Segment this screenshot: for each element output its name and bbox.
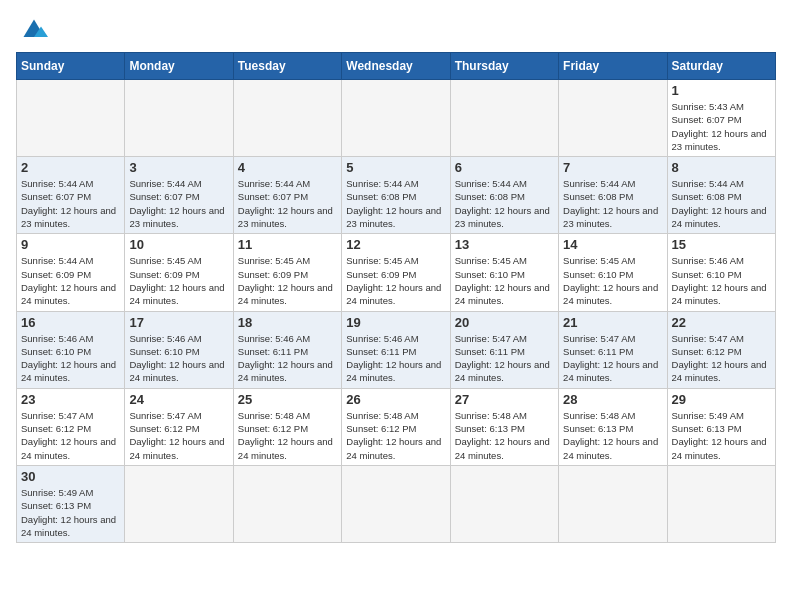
- day-number: 3: [129, 160, 228, 175]
- calendar-day-cell: 27Sunrise: 5:48 AMSunset: 6:13 PMDayligh…: [450, 388, 558, 465]
- day-number: 16: [21, 315, 120, 330]
- day-number: 2: [21, 160, 120, 175]
- calendar-day-cell: [17, 80, 125, 157]
- calendar-day-cell: 15Sunrise: 5:46 AMSunset: 6:10 PMDayligh…: [667, 234, 775, 311]
- calendar-day-cell: [667, 465, 775, 542]
- calendar-day-cell: 2Sunrise: 5:44 AMSunset: 6:07 PMDaylight…: [17, 157, 125, 234]
- calendar-day-cell: [559, 80, 667, 157]
- calendar-day-cell: [559, 465, 667, 542]
- day-number: 6: [455, 160, 554, 175]
- calendar-day-cell: [233, 80, 341, 157]
- day-header-saturday: Saturday: [667, 53, 775, 80]
- calendar-day-cell: 20Sunrise: 5:47 AMSunset: 6:11 PMDayligh…: [450, 311, 558, 388]
- day-info: Sunrise: 5:45 AMSunset: 6:10 PMDaylight:…: [563, 254, 662, 307]
- day-info: Sunrise: 5:49 AMSunset: 6:13 PMDaylight:…: [21, 486, 120, 539]
- calendar-day-cell: [450, 465, 558, 542]
- day-info: Sunrise: 5:49 AMSunset: 6:13 PMDaylight:…: [672, 409, 771, 462]
- day-info: Sunrise: 5:46 AMSunset: 6:11 PMDaylight:…: [346, 332, 445, 385]
- calendar-week-row: 30Sunrise: 5:49 AMSunset: 6:13 PMDayligh…: [17, 465, 776, 542]
- calendar-day-cell: 18Sunrise: 5:46 AMSunset: 6:11 PMDayligh…: [233, 311, 341, 388]
- calendar-day-cell: [125, 80, 233, 157]
- day-header-monday: Monday: [125, 53, 233, 80]
- day-header-sunday: Sunday: [17, 53, 125, 80]
- calendar-day-cell: 25Sunrise: 5:48 AMSunset: 6:12 PMDayligh…: [233, 388, 341, 465]
- day-number: 30: [21, 469, 120, 484]
- calendar-day-cell: 21Sunrise: 5:47 AMSunset: 6:11 PMDayligh…: [559, 311, 667, 388]
- calendar-day-cell: 16Sunrise: 5:46 AMSunset: 6:10 PMDayligh…: [17, 311, 125, 388]
- day-number: 11: [238, 237, 337, 252]
- day-number: 13: [455, 237, 554, 252]
- calendar-day-cell: 24Sunrise: 5:47 AMSunset: 6:12 PMDayligh…: [125, 388, 233, 465]
- day-number: 18: [238, 315, 337, 330]
- calendar-day-cell: 19Sunrise: 5:46 AMSunset: 6:11 PMDayligh…: [342, 311, 450, 388]
- day-number: 9: [21, 237, 120, 252]
- calendar-week-row: 9Sunrise: 5:44 AMSunset: 6:09 PMDaylight…: [17, 234, 776, 311]
- day-number: 29: [672, 392, 771, 407]
- calendar-day-cell: 30Sunrise: 5:49 AMSunset: 6:13 PMDayligh…: [17, 465, 125, 542]
- calendar-day-cell: 22Sunrise: 5:47 AMSunset: 6:12 PMDayligh…: [667, 311, 775, 388]
- calendar-table: SundayMondayTuesdayWednesdayThursdayFrid…: [16, 52, 776, 543]
- calendar-day-cell: [342, 80, 450, 157]
- calendar-day-cell: 10Sunrise: 5:45 AMSunset: 6:09 PMDayligh…: [125, 234, 233, 311]
- calendar-day-cell: 13Sunrise: 5:45 AMSunset: 6:10 PMDayligh…: [450, 234, 558, 311]
- day-number: 15: [672, 237, 771, 252]
- calendar-day-cell: 7Sunrise: 5:44 AMSunset: 6:08 PMDaylight…: [559, 157, 667, 234]
- day-number: 24: [129, 392, 228, 407]
- calendar-day-cell: 9Sunrise: 5:44 AMSunset: 6:09 PMDaylight…: [17, 234, 125, 311]
- day-info: Sunrise: 5:48 AMSunset: 6:12 PMDaylight:…: [238, 409, 337, 462]
- calendar-day-cell: 29Sunrise: 5:49 AMSunset: 6:13 PMDayligh…: [667, 388, 775, 465]
- day-info: Sunrise: 5:45 AMSunset: 6:09 PMDaylight:…: [238, 254, 337, 307]
- day-number: 5: [346, 160, 445, 175]
- day-info: Sunrise: 5:47 AMSunset: 6:12 PMDaylight:…: [129, 409, 228, 462]
- calendar-week-row: 2Sunrise: 5:44 AMSunset: 6:07 PMDaylight…: [17, 157, 776, 234]
- day-info: Sunrise: 5:48 AMSunset: 6:13 PMDaylight:…: [455, 409, 554, 462]
- calendar-week-row: 1Sunrise: 5:43 AMSunset: 6:07 PMDaylight…: [17, 80, 776, 157]
- day-info: Sunrise: 5:44 AMSunset: 6:08 PMDaylight:…: [563, 177, 662, 230]
- calendar-day-cell: [125, 465, 233, 542]
- day-number: 1: [672, 83, 771, 98]
- calendar-body: 1Sunrise: 5:43 AMSunset: 6:07 PMDaylight…: [17, 80, 776, 543]
- calendar-day-cell: 1Sunrise: 5:43 AMSunset: 6:07 PMDaylight…: [667, 80, 775, 157]
- day-number: 17: [129, 315, 228, 330]
- calendar-day-cell: 12Sunrise: 5:45 AMSunset: 6:09 PMDayligh…: [342, 234, 450, 311]
- calendar-day-cell: 17Sunrise: 5:46 AMSunset: 6:10 PMDayligh…: [125, 311, 233, 388]
- day-number: 25: [238, 392, 337, 407]
- day-header-tuesday: Tuesday: [233, 53, 341, 80]
- calendar-day-cell: [450, 80, 558, 157]
- calendar-day-cell: 14Sunrise: 5:45 AMSunset: 6:10 PMDayligh…: [559, 234, 667, 311]
- day-number: 19: [346, 315, 445, 330]
- calendar-week-row: 16Sunrise: 5:46 AMSunset: 6:10 PMDayligh…: [17, 311, 776, 388]
- day-number: 22: [672, 315, 771, 330]
- day-number: 10: [129, 237, 228, 252]
- day-info: Sunrise: 5:47 AMSunset: 6:12 PMDaylight:…: [672, 332, 771, 385]
- day-number: 8: [672, 160, 771, 175]
- day-info: Sunrise: 5:47 AMSunset: 6:11 PMDaylight:…: [563, 332, 662, 385]
- day-info: Sunrise: 5:44 AMSunset: 6:09 PMDaylight:…: [21, 254, 120, 307]
- calendar-day-cell: 11Sunrise: 5:45 AMSunset: 6:09 PMDayligh…: [233, 234, 341, 311]
- calendar-header-row: SundayMondayTuesdayWednesdayThursdayFrid…: [17, 53, 776, 80]
- day-info: Sunrise: 5:44 AMSunset: 6:08 PMDaylight:…: [455, 177, 554, 230]
- calendar-day-cell: 26Sunrise: 5:48 AMSunset: 6:12 PMDayligh…: [342, 388, 450, 465]
- day-info: Sunrise: 5:46 AMSunset: 6:10 PMDaylight:…: [21, 332, 120, 385]
- calendar-day-cell: 23Sunrise: 5:47 AMSunset: 6:12 PMDayligh…: [17, 388, 125, 465]
- day-info: Sunrise: 5:44 AMSunset: 6:07 PMDaylight:…: [129, 177, 228, 230]
- day-info: Sunrise: 5:48 AMSunset: 6:13 PMDaylight:…: [563, 409, 662, 462]
- day-number: 23: [21, 392, 120, 407]
- day-number: 20: [455, 315, 554, 330]
- day-info: Sunrise: 5:47 AMSunset: 6:12 PMDaylight:…: [21, 409, 120, 462]
- day-info: Sunrise: 5:48 AMSunset: 6:12 PMDaylight:…: [346, 409, 445, 462]
- logo: [16, 16, 56, 44]
- day-info: Sunrise: 5:46 AMSunset: 6:10 PMDaylight:…: [129, 332, 228, 385]
- day-number: 27: [455, 392, 554, 407]
- page-header: [16, 16, 776, 44]
- day-info: Sunrise: 5:43 AMSunset: 6:07 PMDaylight:…: [672, 100, 771, 153]
- day-info: Sunrise: 5:44 AMSunset: 6:08 PMDaylight:…: [672, 177, 771, 230]
- day-header-thursday: Thursday: [450, 53, 558, 80]
- day-number: 28: [563, 392, 662, 407]
- day-header-friday: Friday: [559, 53, 667, 80]
- day-header-wednesday: Wednesday: [342, 53, 450, 80]
- calendar-day-cell: 3Sunrise: 5:44 AMSunset: 6:07 PMDaylight…: [125, 157, 233, 234]
- calendar-day-cell: 28Sunrise: 5:48 AMSunset: 6:13 PMDayligh…: [559, 388, 667, 465]
- calendar-day-cell: [342, 465, 450, 542]
- day-info: Sunrise: 5:45 AMSunset: 6:09 PMDaylight:…: [346, 254, 445, 307]
